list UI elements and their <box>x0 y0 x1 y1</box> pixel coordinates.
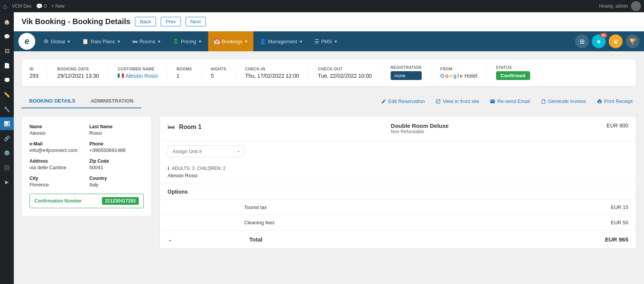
topbar-site[interactable]: VCM Dev <box>12 3 31 9</box>
summary-id: ID 293 <box>30 67 48 79</box>
summary-rooms: ROOMS 1 <box>176 67 201 79</box>
external-link-icon <box>435 99 441 104</box>
resend-email-button[interactable]: Re-send Email <box>486 96 534 106</box>
confirmation-number: 211230417293 <box>102 197 139 205</box>
cleaning-fees-row: Cleaning fees EUR 50 <box>160 215 636 230</box>
edit-icon <box>381 99 386 104</box>
summary-customer-name: CUSTOMER NAME Alessio Rossi <box>118 67 167 79</box>
nav-rooms[interactable]: 🛏 Rooms ▼ <box>127 31 166 51</box>
google-hotel-logo: Google Hotel <box>440 73 477 79</box>
room-title-section: 🛏 Room 1 <box>168 122 383 131</box>
email-icon <box>490 99 495 104</box>
collapse-button[interactable]: ⌄ <box>168 236 172 243</box>
assign-unit-section: Assign Unit # <box>168 145 628 157</box>
customer-grid: Name Alessio Last Name Rossi e-Mail info… <box>30 124 144 188</box>
nav-bookings[interactable]: 📅 Bookings ▼ <box>208 31 253 51</box>
nav-pricing[interactable]: 💲 Pricing ▼ <box>167 31 207 51</box>
sidebar-wrench-icon[interactable]: ⚙️ <box>0 146 14 159</box>
main-content: Vik Booking - Booking Details Back Prev … <box>14 12 644 284</box>
sidebar-tools-icon[interactable]: 🔧 <box>0 103 14 116</box>
summary-nights: NIGHTS 5 <box>211 67 236 79</box>
summary-checkin: CHECK-IN Thu, 17/02/2022 12:00 <box>245 67 309 79</box>
content-area: ID 293 BOOKING DATE 29/12/2021 13:30 CUS… <box>14 51 644 284</box>
status-badge: Confirmed <box>496 71 530 80</box>
sidebar-media-icon[interactable]: 🖼 <box>0 44 14 57</box>
print-icon <box>597 99 602 104</box>
assign-unit-select[interactable]: Assign Unit # <box>168 145 244 157</box>
booking-summary: ID 293 BOOKING DATE 29/12/2021 13:30 CUS… <box>21 59 636 87</box>
left-panel: Name Alessio Last Name Rossi e-Mail info… <box>21 116 152 249</box>
nav-trophy-icon[interactable]: 🏆 <box>626 34 639 48</box>
back-button[interactable]: Back <box>135 17 156 26</box>
nav-logo: e <box>18 33 35 50</box>
options-section: Options Tourist tax EUR 15 Cleaning fees… <box>160 184 636 230</box>
nav-management[interactable]: 👤 Management ▼ <box>254 31 308 51</box>
nav-crown-icon[interactable]: ♛ <box>609 34 623 48</box>
nav-pms[interactable]: ☰ PMS ▼ <box>309 31 343 51</box>
room-type-section: Double Room Deluxe Non Refundable <box>383 122 607 134</box>
tab-booking-details[interactable]: BOOKING DETAILS <box>21 94 83 108</box>
field-city: City Florence <box>30 176 84 188</box>
total-row: ⌄ Total EUR 965 <box>160 230 636 248</box>
field-name: Name Alessio <box>30 124 84 136</box>
nav-global[interactable]: ⚙ Global ▼ <box>38 31 76 51</box>
nav-rate-plans[interactable]: 📋 Rate Plans ▼ <box>77 31 126 51</box>
summary-from: FROM Google Hotel <box>440 67 487 79</box>
info-icon: ℹ <box>168 166 169 171</box>
sidebar-edit-icon[interactable]: ✏️ <box>0 88 14 101</box>
edit-reservation-button[interactable]: Edit Reservation <box>377 96 429 106</box>
sidebar-apps-icon[interactable]: ⬛ <box>0 161 14 174</box>
nav-bar: e ⚙ Global ▼ 📋 Rate Plans ▼ 🛏 Rooms ▼ <box>14 31 644 51</box>
page-header: Vik Booking - Booking Details Back Prev … <box>14 12 644 31</box>
nav-star-icon[interactable]: ★ 81 <box>592 34 606 48</box>
wp-icon: ⌂ <box>3 2 7 10</box>
bed-icon: 🛏 <box>168 122 175 131</box>
room-price: EUR 900 <box>606 122 628 129</box>
field-address: Address via delle Cantine <box>30 158 84 170</box>
room-card: 🛏 Room 1 Double Room Deluxe Non Refundab… <box>159 116 636 249</box>
prev-button[interactable]: Prev <box>161 17 181 26</box>
room-details: ℹ ADULTS: 3 CHILDREN: 2 Alessio Rossi <box>160 162 636 184</box>
customer-card: Name Alessio Last Name Rossi e-Mail info… <box>21 116 152 216</box>
invoice-icon <box>541 99 546 104</box>
tab-actions: Edit Reservation View in front site Re-s… <box>377 96 636 106</box>
field-zip: Zip Code 50041 <box>89 158 144 170</box>
topbar-new[interactable]: + New <box>51 3 64 9</box>
sidebar-comments-icon[interactable]: 💬 <box>0 30 14 43</box>
field-email: e-Mail info@e4jconnect.com <box>30 141 84 153</box>
topbar-comments[interactable]: 💬 0 <box>36 3 47 9</box>
sidebar-dashboard-icon[interactable]: 🏠 <box>0 15 14 28</box>
nav-right: ⊞ ★ 81 ♛ 🏆 <box>575 34 639 48</box>
view-front-site-button[interactable]: View in front site <box>432 96 483 106</box>
nav-items: ⚙ Global ▼ 📋 Rate Plans ▼ 🛏 Rooms ▼ 💲 Pr… <box>38 31 575 51</box>
next-button[interactable]: Next <box>186 17 206 26</box>
print-receipt-button[interactable]: Print Receipt <box>593 96 636 106</box>
generate-invoice-button[interactable]: Generate Invoice <box>537 96 590 106</box>
customer-name-link[interactable]: Alessio Rossi <box>125 73 158 79</box>
flag-italy <box>118 73 124 78</box>
registration-none-badge: none <box>391 71 422 80</box>
field-country: Country Italy <box>89 176 144 188</box>
summary-booking-date: BOOKING DATE 29/12/2021 13:30 <box>57 67 108 79</box>
options-header-row: Options <box>160 184 636 200</box>
page-title: Vik Booking - Booking Details <box>21 17 130 26</box>
two-column-layout: Name Alessio Last Name Rossi e-Mail info… <box>21 116 636 249</box>
left-sidebar: 🏠 💬 🖼 📄 💭 ✏️ 🔧 📊 🔗 ⚙️ ⬛ ▶ <box>0 12 14 284</box>
sidebar-plugin-icon[interactable]: 📊 <box>0 117 14 130</box>
tabs-section: BOOKING DETAILS ADMINISTRATION Edit Rese… <box>21 94 636 108</box>
tab-administration[interactable]: ADMINISTRATION <box>83 94 141 108</box>
summary-status: STATUS Confirmed <box>496 65 539 80</box>
field-last-name: Last Name Rossi <box>89 124 144 136</box>
summary-checkout: CHECK-OUT Tue, 22/02/2022 10:00 <box>318 67 381 79</box>
sidebar-pages-icon[interactable]: 📄 <box>0 59 14 72</box>
right-panel: 🛏 Room 1 Double Room Deluxe Non Refundab… <box>159 116 636 249</box>
nav-grid-icon[interactable]: ⊞ <box>575 34 589 48</box>
summary-registration: REGISTRATION none <box>391 65 431 80</box>
topbar-admin: Howdy, admin <box>599 3 628 9</box>
confirmation-box: Confirmation Number 211230417293 <box>30 194 144 208</box>
sidebar-play-icon[interactable]: ▶ <box>0 175 14 188</box>
sidebar-feedback-icon[interactable]: 💭 <box>0 73 14 87</box>
topbar-avatar <box>631 1 641 11</box>
tourist-tax-row: Tourist tax EUR 15 <box>160 200 636 215</box>
sidebar-share-icon[interactable]: 🔗 <box>0 132 14 145</box>
